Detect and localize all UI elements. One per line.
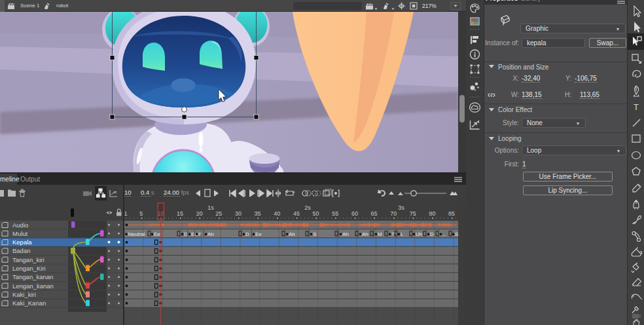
svg-text:0.4 s: 0.4 s	[141, 189, 154, 196]
svg-text:Neutral: Neutral	[128, 231, 145, 237]
svg-text:80: 80	[429, 210, 435, 217]
svg-text:2s: 2s	[304, 204, 311, 211]
svg-text:M: M	[378, 231, 382, 237]
svg-text:15: 15	[177, 210, 183, 217]
svg-text:Ah: Ah	[362, 231, 368, 237]
svg-text:Ee: Ee	[255, 231, 262, 237]
svg-text:1s: 1s	[207, 204, 214, 211]
svg-text:85: 85	[448, 210, 455, 217]
svg-text:Ee: Ee	[154, 231, 160, 237]
svg-text:24.00 fps: 24.00 fps	[164, 189, 189, 196]
svg-text:5: 5	[139, 210, 143, 217]
svg-text:T: T	[634, 102, 639, 112]
svg-text:S: S	[455, 231, 458, 237]
svg-text:Ah: Ah	[289, 231, 295, 237]
svg-text:D: D	[430, 231, 434, 237]
svg-text:20: 20	[196, 210, 203, 217]
svg-text:T: T	[391, 231, 395, 237]
svg-text:70: 70	[390, 210, 397, 217]
svg-text:Ah: Ah	[342, 231, 349, 237]
svg-text:Ah: Ah	[207, 231, 214, 237]
svg-text:S: S	[313, 231, 316, 237]
svg-text:60: 60	[351, 210, 358, 217]
svg-text:50: 50	[313, 210, 319, 217]
svg-text:217%: 217%	[422, 3, 437, 9]
svg-text:Uh: Uh	[416, 231, 422, 237]
svg-text:..: ..	[442, 231, 445, 237]
svg-text:25: 25	[215, 210, 222, 217]
svg-text:35: 35	[255, 210, 261, 217]
svg-text:75: 75	[410, 210, 416, 217]
svg-text:1: 1	[124, 210, 128, 217]
svg-text:45: 45	[293, 210, 300, 217]
svg-text:10: 10	[124, 189, 132, 196]
svg-text:55: 55	[332, 210, 338, 217]
svg-text:30: 30	[235, 210, 241, 217]
svg-text:L: L	[401, 231, 404, 237]
svg-text:65: 65	[370, 210, 377, 217]
svg-text:40: 40	[274, 210, 280, 217]
svg-text:D: D	[245, 231, 249, 237]
svg-text:F: F	[198, 231, 202, 237]
svg-text:3s: 3s	[398, 204, 404, 211]
